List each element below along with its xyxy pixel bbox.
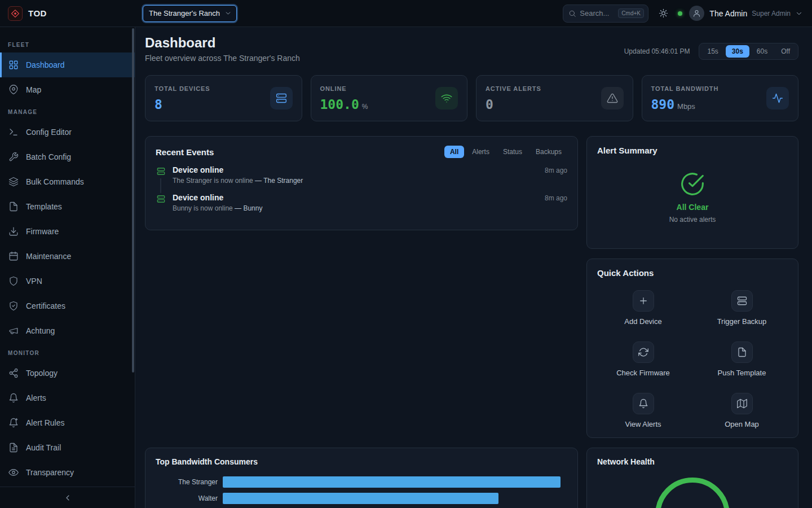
sidebar-item-label: Bulk Commands [26,177,84,186]
sidebar-item-maintenance[interactable]: Maintenance [0,244,135,269]
sidebar-item-topology[interactable]: Topology [0,361,135,386]
sidebar-item-config-editor[interactable]: Config Editor [0,120,135,144]
plus-icon [633,290,654,312]
stat-card-total-bandwidth: TOTAL BANDWIDTH 890 Mbps [642,75,799,121]
add-device-button[interactable]: Add Device [597,290,689,326]
push-template-button[interactable]: Push Template [696,341,788,377]
refresh-30s-button[interactable]: 30s [726,45,749,58]
sidebar-item-vpn[interactable]: VPN [0,269,135,294]
sidebar-item-alerts[interactable]: Alerts [0,386,135,410]
user-avatar[interactable] [689,6,704,21]
event-title: Device online [173,165,538,174]
quick-actions-card: Quick Actions Add Device Trigger Backup … [586,259,798,438]
sidebar-item-firmware[interactable]: Firmware [0,219,135,244]
sidebar-item-label: Dashboard [26,60,65,69]
user-name: The Admin [709,9,747,18]
shield-icon [8,276,19,286]
page-header: Dashboard Fleet overview across The Stra… [145,35,798,63]
sidebar-item-alert-rules[interactable]: Alert Rules [0,410,135,435]
sidebar-item-bulk-commands[interactable]: Bulk Commands [0,169,135,194]
alert-summary-title: Alert Summary [597,146,788,155]
user-menu-chevron-icon[interactable] [795,10,803,17]
refresh-60s-button[interactable]: 60s [751,45,774,58]
calendar-icon [8,251,19,261]
check-circle-icon [680,172,705,196]
search-shortcut-badge: Cmd+K [618,8,644,18]
bandwidth-title: Top Bandwidth Consumers [156,457,567,466]
bandwidth-bar [223,493,498,504]
sidebar-item-label: Certificates [26,301,65,310]
sidebar-section-fleet: FLEET [0,35,135,52]
event-row[interactable]: Device online Bunny is now online — Bunn… [156,193,567,221]
refresh-interval-segmented: 15s 30s 60s Off [699,43,798,60]
search-icon [568,10,576,17]
event-title: Device online [173,193,538,202]
check-firmware-button[interactable]: Check Firmware [597,341,689,377]
sidebar-item-templates[interactable]: Templates [0,194,135,219]
bandwidth-row: The Stranger [156,476,567,488]
filter-backups-button[interactable]: Backups [530,146,567,158]
download-icon [8,226,19,237]
event-time: 8m ago [545,194,567,221]
sidebar-item-transparency[interactable]: Transparency [0,460,135,485]
bandwidth-device-label: The Stranger [156,478,218,486]
event-detail: The Stranger is now online — The Strange… [173,177,538,185]
sidebar-item-achtung[interactable]: Achtung [0,318,135,343]
wrench-icon [8,152,19,162]
stat-suffix: % [362,103,368,111]
stats-row: TOTAL DEVICES 8 ONLINE 100.0 % [145,75,798,121]
file-icon [731,341,753,363]
refresh-15s-button[interactable]: 15s [701,45,724,58]
sidebar-item-certificates[interactable]: Certificates [0,294,135,318]
quick-actions-grid: Add Device Trigger Backup Check Firmware… [597,290,788,428]
page-subtitle: Fleet overview across The Stranger's Ran… [145,54,300,63]
stat-label: TOTAL DEVICES [155,85,210,92]
device-server-icon [157,167,165,176]
sidebar-section-monitor: MONITOR [0,343,135,361]
sidebar-collapse-button[interactable] [0,487,135,508]
refresh-off-button[interactable]: Off [775,45,796,58]
sidebar-item-audit-trail[interactable]: Audit Trail [0,435,135,460]
bell-icon [633,393,654,414]
filter-status-button[interactable]: Status [497,146,528,158]
shield-check-icon [8,301,19,311]
sun-icon [659,8,668,18]
recent-events-card: Recent Events All Alerts Status Backups [145,136,578,230]
network-icon [8,368,19,378]
map-pin-icon [8,85,19,95]
theme-toggle-button[interactable] [654,5,672,23]
search-box[interactable]: Cmd+K [563,5,648,23]
bell-icon [8,393,19,403]
alert-summary-card: Alert Summary All Clear No active alerts [586,136,798,249]
ranch-select[interactable]: The Stranger's Ranch [143,5,237,22]
sidebar-item-label: Achtung [26,326,55,335]
stat-card-total-devices: TOTAL DEVICES 8 [145,75,302,121]
stat-value: 8 [155,97,162,112]
filter-all-button[interactable]: All [444,146,464,158]
megaphone-icon [8,326,19,336]
trigger-backup-button[interactable]: Trigger Backup [696,290,788,326]
events-list: Device online The Stranger is now online… [156,165,567,221]
sidebar-item-dashboard[interactable]: Dashboard [0,52,135,77]
sidebar-item-map[interactable]: Map [0,77,135,102]
sidebar-item-label: Templates [26,202,62,211]
search-input[interactable] [580,9,615,17]
open-map-button[interactable]: Open Map [696,393,788,428]
alert-status-text: All Clear [677,203,709,212]
event-row[interactable]: Device online The Stranger is now online… [156,165,567,193]
chevron-down-icon [224,10,232,17]
filter-alerts-button[interactable]: Alerts [466,146,495,158]
terminal-icon [8,127,19,137]
server-icon [270,87,293,110]
view-alerts-button[interactable]: View Alerts [597,393,689,428]
sidebar-item-label: Audit Trail [26,443,61,452]
sidebar-scrollbar[interactable] [132,28,134,373]
dashboard-grid-icon [8,60,19,70]
sidebar-item-batch-config[interactable]: Batch Config [0,144,135,169]
stat-card-online: ONLINE 100.0 % [311,75,468,121]
connection-status-dot [678,11,682,16]
last-updated-text: Updated 05:46:01 PM [624,47,690,55]
bandwidth-device-label: Walter [156,494,218,502]
quick-actions-title: Quick Actions [597,268,788,278]
sidebar-item-label: Firmware [26,227,59,236]
